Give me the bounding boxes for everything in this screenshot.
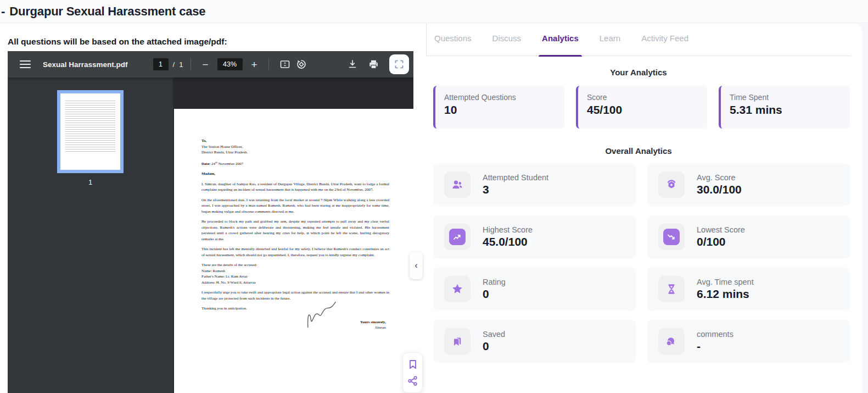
stat-value: 0	[483, 340, 505, 353]
stat-label: Saved	[483, 330, 505, 339]
stat-value: 10	[444, 103, 556, 117]
stat-card-saved: Saved 0	[433, 320, 636, 363]
trending-up-icon	[449, 229, 466, 245]
analytics-panel: Questions Discuss Analytics Learn Activi…	[426, 23, 851, 363]
zoom-out-icon[interactable]: −	[199, 57, 211, 72]
stat-value: 3	[483, 183, 548, 196]
stat-label: Highest Score	[483, 225, 533, 234]
letter-paragraph: I respectfully urge you to take swift an…	[201, 290, 389, 301]
menu-icon[interactable]	[20, 58, 31, 70]
sign-off: Yours sincerely,	[201, 319, 386, 325]
page-thumbnail[interactable]	[57, 90, 124, 173]
stat-label: Avg. Time spent	[697, 278, 754, 286]
hourglass-icon	[658, 276, 685, 302]
stat-label: Attempted Questions	[444, 93, 556, 102]
fit-page-icon[interactable]	[277, 56, 293, 73]
attachment-note: All questions will be based on the attac…	[8, 37, 227, 47]
download-icon[interactable]	[344, 56, 361, 73]
letter-paragraph: He proceeded to block my path and grabbe…	[201, 219, 389, 242]
alarm-icon	[658, 171, 685, 198]
stat-label: Avg. Score	[697, 173, 742, 182]
chevron-left-icon: ‹	[415, 260, 418, 271]
tab-analytics[interactable]: Analytics	[542, 34, 579, 56]
letter-paragraph: On the aforementioned date, I was return…	[201, 197, 389, 215]
stat-value: 5.31 mins	[730, 103, 841, 117]
stat-card-comments: comments -	[647, 320, 850, 363]
letter-salutation: Madam,	[201, 171, 389, 177]
pdf-viewer: Sexual Harrassment.pdf 1 / 1 − 43% +	[8, 51, 413, 393]
stat-card-attempted-questions: Attempted Questions 10	[433, 86, 564, 129]
tab-questions[interactable]: Questions	[434, 34, 472, 56]
rotate-icon[interactable]	[293, 56, 310, 73]
page-number-input[interactable]: 1	[153, 58, 169, 70]
your-analytics-heading: Your Analytics	[426, 68, 851, 77]
bookmark-icon	[407, 359, 418, 370]
stat-card-lowest-score: Lowest Score 0/100	[647, 215, 850, 258]
stat-card-avg-score: Avg. Score 30.0/100	[647, 163, 850, 206]
stat-card-score: Score 45/100	[576, 86, 707, 129]
stat-value: 0	[483, 287, 506, 301]
stat-card-time-spent: Time Spent 5.31 mins	[719, 86, 850, 129]
page-separator: /	[173, 60, 175, 69]
overall-analytics-heading: Overall Analytics	[426, 146, 851, 156]
trending-down-icon	[663, 229, 680, 245]
stat-card-rating: Rating 0	[433, 268, 636, 311]
stat-label: Lowest Score	[697, 225, 745, 234]
stat-label: comments	[697, 330, 733, 339]
letter-paragraph: This incident has left me mentally distu…	[201, 246, 389, 258]
letter-thanks: Thanking you in anticipation.	[201, 306, 389, 312]
pdf-page: To, The Station House Officer, District …	[174, 109, 413, 393]
stat-card-highest-score: Highest Score 45.0/100	[433, 215, 636, 258]
signature-block: Yours sincerely, Simran	[201, 319, 389, 331]
toolbar-divider	[191, 59, 191, 70]
stat-label: Time Spent	[730, 93, 841, 102]
stat-label: Rating	[483, 278, 506, 286]
stat-value: 30.0/100	[697, 183, 742, 196]
print-icon[interactable]	[365, 56, 382, 73]
collapse-panel-button[interactable]: ‹	[410, 252, 423, 279]
tab-learn[interactable]: Learn	[600, 34, 620, 56]
fullscreen-icon[interactable]	[389, 54, 409, 74]
signature-name: Simran	[201, 325, 386, 330]
pdf-filename: Sexual Harrassment.pdf	[43, 60, 128, 69]
tab-activity-feed[interactable]: Activity Feed	[641, 34, 688, 56]
share-button[interactable]	[407, 375, 418, 386]
stat-label: Attempted Student	[483, 173, 548, 182]
stat-value: 45/100	[587, 103, 698, 117]
page-title: Durgapur Sexual Harassment case	[9, 4, 205, 19]
stat-value: 45.0/100	[483, 235, 533, 248]
stat-value: 6.12 mins	[697, 287, 754, 301]
bookmark-icon	[444, 328, 471, 355]
users-icon	[444, 171, 471, 198]
toolbar-divider	[268, 59, 269, 70]
stat-label: Score	[587, 93, 698, 102]
stat-value: 0/100	[697, 235, 745, 248]
comments-icon	[658, 328, 685, 355]
thumbnail-panel: 1	[8, 78, 173, 393]
tab-bar: Questions Discuss Analytics Learn Activi…	[426, 23, 851, 56]
overall-analytics-grid: Attempted Student 3 Avg. Score 30.0/100 …	[433, 163, 850, 363]
bookmark-button[interactable]	[407, 359, 418, 370]
star-icon	[444, 276, 471, 302]
letter-date: Date: 24th November 2007	[201, 160, 389, 167]
thumbnail-text-lines	[65, 99, 115, 153]
total-pages: 1	[179, 60, 183, 69]
stat-card-attempted-student: Attempted Student 3	[433, 163, 636, 206]
zoom-in-icon[interactable]: +	[248, 57, 261, 72]
stat-value: -	[697, 340, 733, 353]
your-analytics-cards: Attempted Questions 10 Score 45/100 Time…	[433, 86, 850, 129]
floating-actions	[402, 352, 423, 393]
letter-paragraph: I, Simran, daughter of Sampat Rao, a res…	[201, 181, 389, 193]
page-header: - Durgapur Sexual Harassment case	[0, 0, 868, 23]
thumbnail-page-number: 1	[88, 178, 92, 186]
share-icon	[407, 375, 418, 386]
accused-details: These are the details of the accused: Na…	[201, 262, 389, 285]
zoom-level-input[interactable]: 43%	[217, 58, 243, 70]
stat-card-avg-time-spent: Avg. Time spent 6.12 mins	[647, 268, 850, 311]
pdf-toolbar: Sexual Harrassment.pdf 1 / 1 − 43% +	[8, 51, 413, 78]
letter-recipient: To, The Station House Officer, District …	[201, 138, 389, 156]
pdf-page-area: To, The Station House Officer, District …	[173, 78, 413, 393]
tab-discuss[interactable]: Discuss	[492, 34, 522, 56]
title-dash: -	[1, 4, 5, 19]
